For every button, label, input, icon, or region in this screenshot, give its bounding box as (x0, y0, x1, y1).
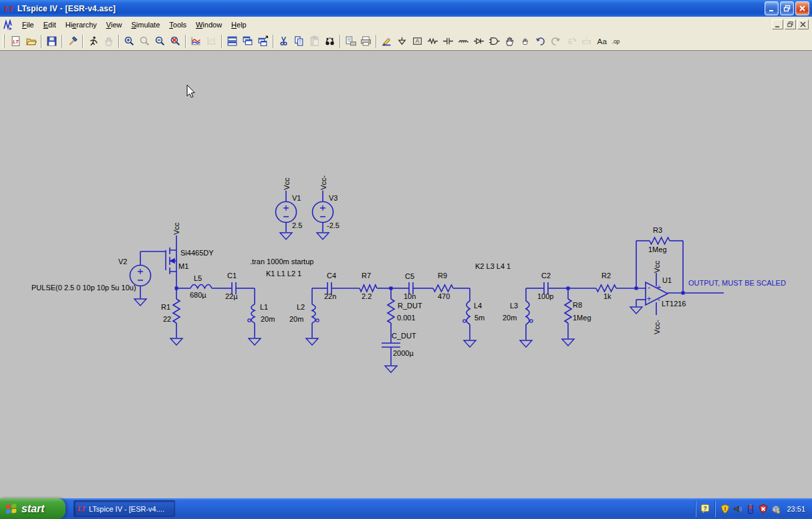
security-shield-icon[interactable]: ! (719, 503, 730, 514)
svg-text:OUTPUT, MUST BE SCALED: OUTPUT, MUST BE SCALED (688, 279, 786, 287)
window-title: LTspice IV - [ESR-v4.asc] (17, 4, 116, 13)
label-icon[interactable]: A (410, 33, 425, 49)
svg-text:22: 22 (163, 315, 171, 323)
minimize-button[interactable] (765, 1, 779, 15)
resistor-icon[interactable] (425, 33, 440, 49)
menu-window[interactable]: Window (191, 19, 227, 31)
toolbar-separator (82, 35, 84, 48)
svg-text:20m: 20m (503, 314, 517, 322)
child-minimize-button[interactable] (772, 19, 783, 29)
update-icon[interactable] (770, 503, 781, 514)
ltspice-logo-icon: LT (3, 3, 15, 14)
run-icon[interactable] (86, 33, 101, 49)
new-schematic-icon[interactable]: LT (8, 33, 23, 49)
svg-text:5m: 5m (475, 314, 485, 322)
task-ltspice-icon: LT (78, 505, 86, 512)
print-preview-icon[interactable] (343, 33, 358, 49)
start-button[interactable]: start (0, 498, 65, 519)
svg-text:?: ? (704, 505, 707, 512)
svg-text:1k: 1k (603, 292, 612, 300)
menu-hierarchy[interactable]: Hierarchy (61, 19, 102, 31)
svg-text:V2: V2 (118, 257, 127, 266)
find-icon[interactable] (322, 33, 337, 49)
svg-text:E: E (582, 38, 586, 45)
svg-text:20m: 20m (261, 315, 275, 323)
close-button[interactable] (795, 1, 809, 15)
save-icon[interactable] (44, 33, 59, 49)
move-icon[interactable] (502, 33, 517, 49)
toolbar-separator (221, 35, 223, 48)
svg-text:470: 470 (438, 292, 450, 300)
tile-windows-icon[interactable] (225, 33, 240, 49)
capacitor-icon[interactable] (440, 33, 456, 49)
paste-icon (307, 33, 322, 49)
schematic-doc-icon (3, 19, 14, 30)
help-icon[interactable]: ? (700, 503, 711, 514)
svg-text:C4: C4 (327, 272, 336, 280)
inductor-icon[interactable] (456, 33, 471, 49)
toolbar-grip (3, 34, 5, 48)
svg-text:LT: LT (13, 39, 19, 45)
redo-icon (548, 33, 563, 49)
waveform-icon[interactable] (188, 33, 204, 49)
svg-text:Vcc-: Vcc- (653, 320, 661, 334)
windows-flag-icon (5, 502, 18, 516)
security-alert-icon[interactable] (757, 503, 769, 514)
svg-text:K1 L1 L2 1: K1 L1 L2 1 (266, 270, 301, 278)
svg-text:K2 L3 L4 1: K2 L3 L4 1 (475, 262, 511, 270)
svg-text:.tran 1000m startup: .tran 1000m startup (250, 257, 313, 266)
svg-text:M1: M1 (178, 262, 188, 270)
open-icon[interactable] (23, 33, 39, 49)
spice-directive-icon[interactable]: .op (610, 33, 625, 49)
drag-icon[interactable] (517, 33, 533, 49)
copy-icon[interactable] (291, 33, 307, 49)
schematic-canvas[interactable]: -++-PULSE(0 2.5 0 10p 10p 5u 10u)V2Si446… (0, 51, 812, 498)
wire-icon[interactable] (379, 33, 394, 49)
diode-icon[interactable] (471, 33, 487, 49)
menu-tools[interactable]: Tools (164, 19, 191, 31)
menu-simulate[interactable]: Simulate (126, 19, 164, 31)
text-icon[interactable]: Aa (594, 33, 610, 49)
menu-bar: FileEditHierarchyViewSimulateToolsWindow… (0, 17, 812, 32)
schematic-components[interactable]: -++- (130, 202, 670, 373)
toolbar-separator (273, 35, 274, 48)
svg-text:2000µ: 2000µ (393, 349, 414, 357)
restore-button[interactable] (780, 1, 794, 15)
cascade-new-icon[interactable] (255, 33, 271, 49)
menu-file[interactable]: File (17, 19, 39, 31)
mdi-child-controls (772, 19, 809, 29)
svg-text:680µ: 680µ (190, 291, 207, 299)
zoom-in-icon[interactable] (122, 33, 137, 49)
window-controls (765, 1, 812, 15)
svg-text:22µ: 22µ (225, 292, 238, 300)
menu-view[interactable]: View (102, 19, 127, 31)
zoom-extents-icon[interactable] (168, 33, 183, 49)
menu-help[interactable]: Help (227, 19, 251, 31)
component-icon[interactable] (487, 33, 502, 49)
svg-text:!: ! (724, 506, 726, 512)
control-panel-icon[interactable] (65, 33, 80, 49)
zoom-out-icon[interactable] (152, 33, 168, 49)
svg-text:C2: C2 (541, 272, 551, 280)
taskbar-task-button[interactable]: LT LTspice IV - [ESR-v4.... (74, 500, 175, 517)
cascade-windows-icon[interactable] (240, 33, 255, 49)
battery-icon[interactable] (745, 503, 756, 514)
toolbar-separator (185, 35, 186, 48)
toolbar-separator (118, 35, 120, 48)
svg-text:100p: 100p (537, 292, 553, 300)
svg-text:10n: 10n (404, 292, 416, 300)
child-restore-button[interactable] (785, 19, 796, 29)
menu-edit[interactable]: Edit (39, 19, 61, 31)
child-close-button[interactable] (797, 19, 809, 29)
ground-icon[interactable] (394, 33, 410, 49)
volume-icon[interactable] (732, 503, 743, 514)
svg-text:Vcc-: Vcc- (319, 175, 327, 190)
svg-text:.op: .op (612, 38, 620, 45)
svg-text:R7: R7 (362, 272, 371, 280)
system-tray: ? ! 23:51 (692, 498, 812, 519)
svg-text:-: - (658, 295, 660, 304)
print-icon[interactable] (358, 33, 374, 49)
undo-icon[interactable] (533, 33, 548, 49)
svg-text:-2.5: -2.5 (327, 221, 340, 229)
cut-icon[interactable] (276, 33, 291, 49)
